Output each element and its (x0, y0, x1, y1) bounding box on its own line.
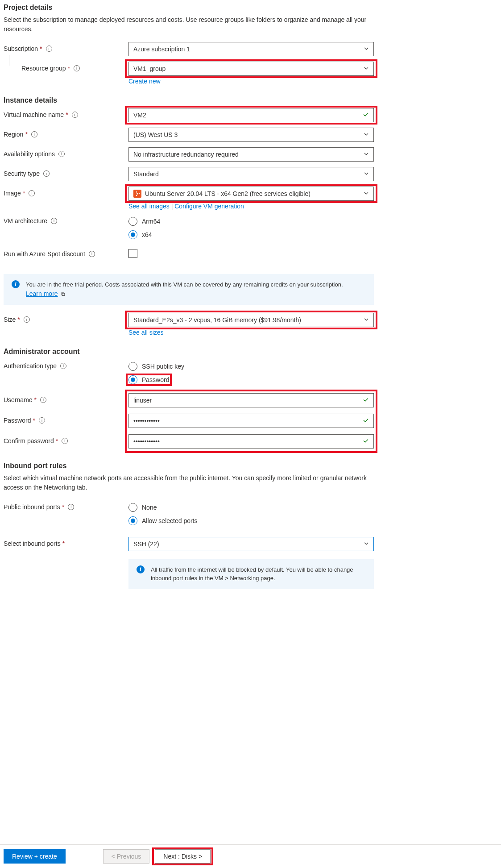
resource-group-label: Resource group (21, 65, 66, 72)
info-icon[interactable]: i (89, 251, 95, 257)
subscription-select[interactable]: Azure subscription 1 (128, 42, 374, 56)
password-value: •••••••••••• (133, 417, 160, 424)
info-icon[interactable]: i (62, 438, 68, 444)
info-icon[interactable]: i (72, 112, 78, 118)
svg-point-3 (136, 195, 137, 196)
required-mark: * (66, 111, 68, 118)
free-trial-banner: i You are in the free trial period. Cost… (4, 274, 374, 305)
see-all-images-link[interactable]: See all images (128, 203, 170, 210)
radio-icon (128, 230, 137, 239)
learn-more-link[interactable]: Learn more (26, 290, 58, 297)
admin-account-heading: Administrator account (4, 348, 497, 356)
configure-vm-gen-link[interactable]: Configure VM generation (174, 203, 244, 210)
vm-arch-arm64-radio[interactable]: Arm64 (128, 216, 374, 227)
info-icon[interactable]: i (31, 131, 37, 137)
subscription-label: Subscription (4, 45, 38, 52)
resource-group-select[interactable]: VM1_group (128, 62, 374, 76)
radio-icon (128, 375, 137, 384)
vm-arch-x64-label: x64 (142, 231, 152, 238)
project-details-description: Select the subscription to manage deploy… (4, 15, 374, 34)
auth-type-label: Authentication type (4, 362, 57, 370)
required-mark: * (40, 45, 42, 52)
select-ports-label: Select inbound ports (4, 540, 61, 547)
info-icon: i (137, 565, 145, 573)
radio-icon (128, 516, 137, 525)
resource-group-value: VM1_group (133, 65, 166, 72)
inbound-rules-heading: Inbound port rules (4, 462, 497, 470)
public-ports-none-label: None (142, 504, 157, 511)
availability-value: No infrastructure redundancy required (133, 151, 239, 158)
chevron-down-icon (364, 151, 369, 158)
ports-info-text: All traffic from the internet will be bl… (151, 565, 366, 583)
confirm-password-label: Confirm password (4, 437, 54, 444)
svg-point-2 (136, 191, 137, 193)
svg-point-0 (137, 193, 138, 195)
required-mark: * (34, 396, 37, 403)
public-ports-label: Public inbound ports (4, 503, 60, 511)
auth-ssh-radio[interactable]: SSH public key (128, 361, 374, 372)
vm-arch-label: VM architecture (4, 217, 47, 224)
chevron-down-icon (364, 316, 369, 324)
info-icon[interactable]: i (68, 504, 74, 510)
vm-name-label: Virtual machine name (4, 111, 64, 118)
check-icon (363, 112, 369, 119)
info-icon[interactable]: i (46, 46, 52, 52)
info-icon: i (12, 280, 20, 288)
info-icon[interactable]: i (24, 316, 30, 323)
info-icon[interactable]: i (39, 417, 45, 424)
external-link-icon: ⧉ (61, 291, 65, 297)
info-icon[interactable]: i (29, 190, 35, 196)
username-label: Username (4, 396, 33, 403)
info-icon[interactable]: i (40, 397, 46, 403)
username-input[interactable]: linuser (128, 393, 374, 407)
required-mark: * (25, 131, 27, 138)
radio-icon (128, 503, 137, 512)
chevron-down-icon (364, 190, 369, 197)
chevron-down-icon (364, 540, 369, 548)
auth-ssh-label: SSH public key (142, 363, 184, 370)
security-type-select[interactable]: Standard (128, 167, 374, 181)
region-label: Region (4, 131, 23, 138)
vm-arch-x64-radio[interactable]: x64 (128, 229, 374, 240)
password-input[interactable]: •••••••••••• (128, 414, 374, 428)
password-label: Password (4, 417, 31, 424)
auth-password-label: Password (142, 376, 169, 383)
project-details-heading: Project details (4, 4, 497, 12)
required-mark: * (62, 540, 65, 547)
vm-name-value: VM2 (133, 112, 146, 119)
public-ports-allow-radio[interactable]: Allow selected ports (128, 515, 374, 526)
info-icon[interactable]: i (58, 151, 65, 157)
chevron-down-icon (364, 46, 369, 53)
required-mark: * (17, 316, 20, 323)
region-select[interactable]: (US) West US 3 (128, 128, 374, 142)
size-value: Standard_E2s_v3 - 2 vcpus, 16 GiB memory… (133, 316, 301, 324)
required-mark: * (56, 437, 58, 444)
size-select[interactable]: Standard_E2s_v3 - 2 vcpus, 16 GiB memory… (128, 313, 374, 327)
check-icon (363, 417, 369, 424)
availability-select[interactable]: No infrastructure redundancy required (128, 147, 374, 162)
info-icon[interactable]: i (74, 65, 80, 71)
confirm-password-input[interactable]: •••••••••••• (128, 434, 374, 449)
required-mark: * (23, 190, 25, 197)
select-ports-select[interactable]: SSH (22) (128, 537, 374, 551)
select-ports-value: SSH (22) (133, 540, 159, 548)
auth-password-radio[interactable]: Password (128, 375, 169, 384)
info-icon[interactable]: i (43, 170, 50, 177)
public-ports-none-radio[interactable]: None (128, 502, 374, 513)
info-icon[interactable]: i (60, 363, 66, 369)
chevron-down-icon (364, 131, 369, 138)
see-all-sizes-link[interactable]: See all sizes (128, 329, 164, 336)
info-icon[interactable]: i (51, 218, 57, 224)
free-trial-text: You are in the free trial period. Costs … (26, 281, 343, 288)
spot-discount-checkbox[interactable] (128, 249, 137, 258)
ubuntu-icon (133, 190, 141, 198)
svg-point-1 (139, 193, 140, 195)
radio-icon (128, 362, 137, 371)
check-icon (363, 437, 369, 445)
confirm-password-value: •••••••••••• (133, 438, 160, 445)
image-select[interactable]: Ubuntu Server 20.04 LTS - x64 Gen2 (free… (128, 187, 374, 201)
create-new-link[interactable]: Create new (128, 78, 161, 85)
inbound-rules-description: Select which virtual machine network por… (4, 473, 374, 492)
vm-name-input[interactable]: VM2 (128, 108, 374, 122)
instance-details-heading: Instance details (4, 96, 497, 104)
